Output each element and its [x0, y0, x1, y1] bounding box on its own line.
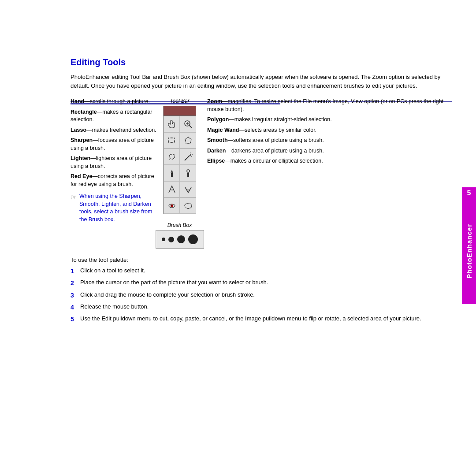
darken-tool-icon: [182, 184, 194, 195]
tool-middle-column: Tool Bar: [156, 98, 203, 249]
toolbar-header-bar: [164, 106, 196, 116]
intro-paragraph: PhotoEnhancer editing Tool Bar and Brush…: [71, 73, 452, 90]
tool-ellipse-desc: makes a circular or elliptical selection…: [231, 158, 323, 164]
toolbar-image: [163, 106, 196, 214]
svg-point-18: [185, 203, 192, 208]
svg-line-6: [185, 156, 190, 160]
toolbar-cell-magic-wand: [180, 149, 196, 165]
lighten-tool-icon: [166, 184, 178, 195]
tool-polygon: Polygon—makes irregular straight-sided s…: [207, 116, 452, 124]
svg-marker-5: [185, 137, 191, 143]
tool-rectangle: Rectangle—makes a rectangular selection.: [71, 108, 156, 124]
tool-magic-wand-name: Magic Wand: [207, 127, 239, 133]
toolbar-cell-lighten: [164, 181, 180, 197]
toolbar-cell-polygon: [180, 132, 196, 149]
svg-marker-10: [171, 170, 173, 173]
steps-section: To use the tool palette: 1 Click on a to…: [71, 257, 452, 324]
tool-darken: Darken—darkens area of picture using a b…: [207, 147, 452, 155]
tool-sharpen: Sharpen—focuses area of picture using a …: [71, 137, 156, 152]
tool-lasso: Lasso—makes freehand selection.: [71, 126, 156, 134]
tool-red-eye: Red Eye—corrects area of picture for red…: [71, 173, 156, 188]
tool-smooth-desc: softens area of picture using a brush.: [233, 137, 324, 143]
chapter-number-tab: 5: [462, 187, 476, 198]
step-1-number: 1: [71, 267, 80, 275]
brush-box-area: Brush Box: [156, 222, 204, 249]
step-4: 4 Release the mouse button.: [71, 303, 452, 312]
zoom-tool-icon: [182, 119, 194, 130]
toolbar-cell-hand: [164, 116, 180, 132]
svg-line-1: [189, 125, 192, 128]
tool-content-area: Hand—scrolls through a picture. Rectangl…: [71, 98, 452, 249]
tool-zoom: Zoom—magnifies. To resize select the Fil…: [207, 98, 452, 113]
toolbar-grid: [164, 116, 196, 214]
tool-magic-wand-desc: selects areas by similar color.: [245, 127, 316, 133]
tool-darken-desc: darkens area of picture using a brush.: [231, 148, 324, 154]
svg-rect-12: [187, 173, 189, 177]
tip-box: ☞ When using the Sharpen, Smooth, Lighte…: [71, 193, 156, 223]
tool-ellipse: Ellipse—makes a circular or elliptical s…: [207, 157, 452, 165]
tool-zoom-name: Zoom: [207, 98, 222, 104]
chapter-number-text: 5: [467, 189, 471, 197]
tool-lasso-desc: makes freehand selection.: [92, 127, 156, 133]
hand-tool-icon: [166, 119, 178, 130]
tool-redeye-name: Red Eye: [71, 173, 92, 179]
tool-lasso-name: Lasso: [71, 127, 86, 133]
svg-rect-4: [168, 138, 175, 142]
chapter-title-tab: PhotoEnhancer: [465, 224, 473, 279]
tool-lighten-name: Lighten: [71, 155, 90, 161]
brush-dot-large: [177, 235, 185, 243]
tool-smooth: Smooth—softens area of picture using a b…: [207, 137, 452, 145]
step-3-number: 3: [71, 291, 80, 300]
svg-point-17: [171, 205, 172, 206]
tip-text: When using the Sharpen, Smooth, Lighten,…: [79, 193, 156, 223]
step-3-text: Click and drag the mouse to complete you…: [80, 291, 452, 299]
polygon-tool-icon: [182, 135, 194, 146]
step-1: 1 Click on a tool to select it.: [71, 267, 452, 275]
page: 5 PhotoEnhancer Editing Tools PhotoEnhan…: [0, 57, 476, 476]
tool-hand-desc: scrolls through a picture.: [90, 98, 150, 104]
step-3: 3 Click and drag the mouse to complete y…: [71, 291, 452, 300]
step-4-text: Release the mouse button.: [80, 303, 452, 311]
toolbar-label: Tool Bar: [170, 98, 189, 104]
steps-intro: To use the tool palette:: [71, 257, 452, 263]
chapter-tab: PhotoEnhancer: [462, 198, 476, 304]
smooth-tool-icon: [182, 167, 194, 179]
toolbar-cell-ellipse: [180, 197, 196, 214]
brush-dot-medium: [168, 237, 174, 242]
tool-lighten: Lighten—lightens area of picture using a…: [71, 155, 156, 170]
tool-sharpen-name: Sharpen: [71, 137, 93, 143]
sharpen-tool-icon: [166, 167, 178, 179]
svg-line-9: [191, 156, 192, 157]
ellipse-tool-icon: [182, 200, 194, 212]
tool-magic-wand: Magic Wand—selects areas by similar colo…: [207, 126, 452, 134]
toolbar-cell-rectangle: [164, 132, 180, 149]
toolbar-cell-lasso: [164, 149, 180, 165]
svg-line-8: [192, 154, 193, 155]
tool-left-column: Hand—scrolls through a picture. Rectangl…: [71, 98, 156, 249]
toolbar-cell-sharpen: [164, 165, 180, 181]
step-2: 2 Place the cursor on the part of the pi…: [71, 279, 452, 287]
brush-box-image: [156, 230, 204, 249]
section-title: Editing Tools: [71, 57, 476, 67]
svg-rect-11: [171, 173, 173, 177]
step-2-number: 2: [71, 279, 80, 287]
toolbar-cell-darken: [180, 181, 196, 197]
brush-dot-small: [162, 238, 165, 241]
tool-hand-dash: —: [84, 98, 90, 104]
tool-rectangle-name: Rectangle: [71, 109, 97, 115]
tool-polygon-name: Polygon: [207, 116, 229, 123]
toolbar-cell-red-eye: [164, 197, 180, 214]
step-5-number: 5: [71, 315, 80, 324]
step-4-number: 4: [71, 303, 80, 312]
brush-box-label: Brush Box: [167, 222, 192, 228]
magic-wand-tool-icon: [182, 151, 194, 163]
tip-icon: ☞: [71, 193, 77, 201]
tool-hand: Hand—scrolls through a picture.: [71, 98, 156, 106]
tool-ellipse-name: Ellipse: [207, 158, 225, 164]
tool-darken-name: Darken: [207, 148, 226, 154]
step-1-text: Click on a tool to select it.: [80, 267, 452, 275]
step-5: 5 Use the Edit pulldown menu to cut, cop…: [71, 315, 452, 324]
tool-right-column: Zoom—magnifies. To resize select the Fil…: [207, 98, 452, 249]
brush-dot-xlarge: [188, 234, 198, 244]
rectangle-tool-icon: [166, 135, 178, 146]
